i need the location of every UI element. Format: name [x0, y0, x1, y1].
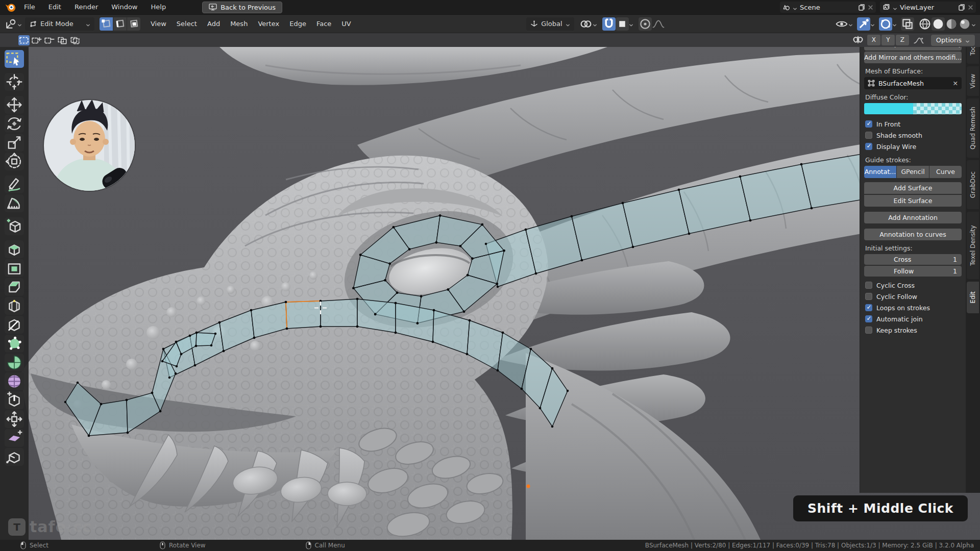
proportional-falloff-icon[interactable]: [652, 17, 665, 31]
gizmos-toggle-button[interactable]: [857, 17, 870, 31]
diffuse-color-swatch[interactable]: [864, 103, 962, 114]
remove-viewlayer-icon[interactable]: [968, 5, 973, 10]
select-mode-vertex-button[interactable]: [100, 17, 113, 31]
menu-window[interactable]: Window: [105, 0, 144, 14]
shading-solid-button[interactable]: [932, 17, 945, 31]
tab-view[interactable]: View: [967, 66, 979, 96]
tool-transform[interactable]: [5, 153, 24, 170]
mirror-x-button[interactable]: X: [867, 35, 880, 45]
tool-rip-region[interactable]: [5, 429, 24, 447]
checkbox-shade-smooth[interactable]: [865, 132, 872, 139]
blender-logo-icon[interactable]: [4, 1, 17, 14]
checkbox-cyclic-cross[interactable]: [865, 282, 872, 289]
scene-selector[interactable]: Scene: [780, 2, 876, 13]
tool-rip-edge[interactable]: [5, 448, 24, 466]
menu-edit[interactable]: Edit: [42, 0, 68, 14]
tool-bevel[interactable]: [5, 278, 24, 296]
checkbox-loops-on-strokes[interactable]: [865, 304, 872, 311]
menu-help[interactable]: Help: [144, 0, 173, 14]
unlink-scene-icon[interactable]: [868, 5, 873, 10]
orientation-axes-icon: [530, 20, 538, 28]
select-intersect-button[interactable]: [69, 35, 81, 45]
menu-edge[interactable]: Edge: [284, 17, 311, 31]
menu-add[interactable]: Add: [202, 17, 225, 31]
snap-target-button[interactable]: [616, 17, 629, 31]
menu-mesh[interactable]: Mesh: [225, 17, 253, 31]
shading-material-button[interactable]: [945, 17, 958, 31]
tool-smooth[interactable]: [5, 372, 24, 390]
checkbox-keep-strokes[interactable]: [865, 327, 872, 334]
viewport-3d[interactable]: T tafe.cc Shift + Middle Click: [0, 47, 980, 540]
mirror-y-button[interactable]: Y: [881, 35, 895, 45]
tool-select-box[interactable]: [5, 50, 24, 68]
annotation-to-curves-button[interactable]: Annotation to curves: [864, 229, 962, 240]
proportional-edit-button[interactable]: [639, 17, 652, 31]
add-mirror-button[interactable]: Add Mirror and others modifi...: [864, 52, 962, 63]
menu-select[interactable]: Select: [172, 17, 202, 31]
guide-curve-button[interactable]: Curve: [929, 166, 962, 178]
follow-slider[interactable]: Follow 1: [864, 266, 962, 277]
cross-slider[interactable]: Cross 1: [864, 254, 962, 265]
tool-spin[interactable]: [5, 354, 24, 371]
tool-cursor[interactable]: [5, 73, 24, 91]
pivot-point-button[interactable]: [579, 17, 593, 31]
clear-mesh-icon[interactable]: ✕: [953, 80, 958, 87]
tool-loop-cut[interactable]: [5, 297, 24, 315]
menu-render[interactable]: Render: [68, 0, 105, 14]
checkbox-cyclic-follow[interactable]: [865, 293, 872, 300]
menu-face[interactable]: Face: [311, 17, 336, 31]
tool-annotate[interactable]: [5, 176, 24, 193]
add-annotation-button[interactable]: Add Annotation: [864, 212, 962, 223]
tool-knife[interactable]: [5, 316, 24, 334]
menu-vertex[interactable]: Vertex: [253, 17, 284, 31]
new-scene-icon[interactable]: [858, 4, 865, 11]
select-extend-button[interactable]: [31, 35, 42, 45]
shading-rendered-button[interactable]: [958, 17, 971, 31]
select-new-button[interactable]: [18, 35, 30, 45]
snap-falloff-icon[interactable]: [913, 35, 924, 45]
snap-toggle-button[interactable]: [602, 17, 616, 31]
checkbox-automatic-join[interactable]: [865, 315, 872, 322]
edit-surface-button[interactable]: Edit Surface: [864, 195, 962, 207]
chevron-down-icon: [892, 21, 897, 26]
tool-poly-build[interactable]: [5, 335, 24, 353]
options-dropdown[interactable]: Options: [931, 35, 975, 46]
tab-texel-density[interactable]: Texel Density: [967, 212, 979, 279]
back-to-previous-button[interactable]: Back to Previous: [202, 2, 282, 13]
tool-scale[interactable]: [5, 134, 24, 152]
guide-annotation-button[interactable]: Annotat...: [864, 166, 896, 178]
mirror-z-button[interactable]: Z: [896, 35, 909, 45]
tool-measure[interactable]: [5, 194, 24, 212]
tool-extrude-region[interactable]: [5, 240, 24, 258]
tool-move[interactable]: [5, 96, 24, 114]
tab-edit[interactable]: Edit: [967, 282, 979, 313]
mode-dropdown[interactable]: Edit Mode: [25, 17, 94, 31]
tool-rotate[interactable]: [5, 115, 24, 133]
viewlayer-selector[interactable]: ViewLayer: [880, 2, 976, 13]
select-subtract-button[interactable]: [44, 35, 55, 45]
select-invert-button[interactable]: [57, 35, 68, 45]
transform-orientation-dropdown[interactable]: Global: [526, 17, 574, 31]
object-visibility-button[interactable]: [835, 17, 848, 31]
tab-grabdoc[interactable]: GrabDoc: [967, 160, 979, 209]
tool-add-cube[interactable]: [5, 217, 24, 235]
new-viewlayer-icon[interactable]: [958, 4, 965, 11]
shading-wireframe-button[interactable]: [918, 17, 932, 31]
checkbox-display-wire[interactable]: [865, 143, 872, 150]
tool-inset-faces[interactable]: [5, 259, 24, 277]
overlays-toggle-button[interactable]: [879, 17, 892, 31]
editor-type-icon[interactable]: [4, 17, 17, 31]
mesh-name-field[interactable]: BSurfaceMesh ✕: [864, 77, 962, 89]
checkbox-in-front[interactable]: [865, 120, 872, 128]
menu-file[interactable]: File: [17, 0, 42, 14]
menu-view[interactable]: View: [145, 17, 172, 31]
guide-gpencil-button[interactable]: GPencil: [897, 166, 929, 178]
tab-quad-remesh[interactable]: Quad Remesh: [967, 98, 979, 158]
tool-edge-slide[interactable]: [5, 391, 24, 409]
select-mode-face-button[interactable]: [127, 17, 140, 31]
tool-shrink-fatten[interactable]: [5, 410, 24, 428]
add-surface-button[interactable]: Add Surface: [864, 182, 962, 194]
xray-toggle-button[interactable]: [901, 17, 914, 31]
menu-uv[interactable]: UV: [336, 17, 356, 31]
select-mode-edge-button[interactable]: [113, 17, 127, 31]
